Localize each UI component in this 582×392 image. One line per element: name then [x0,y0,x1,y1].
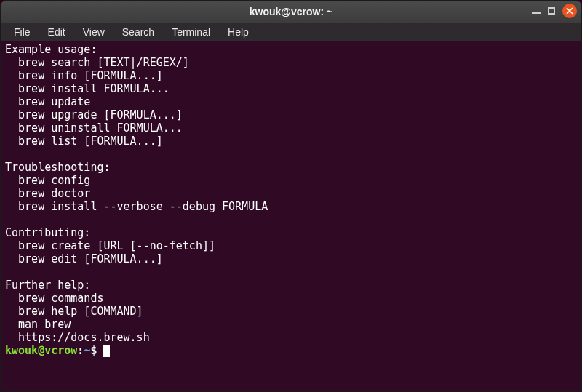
terminal-area[interactable]: Example usage: brew search [TEXT|/REGEX/… [1,41,581,391]
terminal-line: brew doctor [5,187,90,200]
terminal-line: brew install --verbose --debug FORMULA [5,200,268,213]
menu-terminal[interactable]: Terminal [163,24,219,40]
terminal-line: Troubleshooting: [5,161,111,174]
terminal-line: brew info [FORMULA...] [5,69,163,82]
menu-help[interactable]: Help [219,24,258,40]
minimize-button[interactable] [532,8,541,14]
menu-edit[interactable]: Edit [39,24,74,40]
terminal-line: brew config [5,174,90,187]
prompt-sigil: $ [90,344,97,357]
titlebar: kwouk@vcrow: ~ [1,1,581,23]
terminal-line: brew commands [5,292,103,305]
terminal-line: brew uninstall FORMULA... [5,121,183,135]
terminal-window: kwouk@vcrow: ~ File Edit View Search Ter… [0,0,582,392]
terminal-line: brew list [FORMULA...] [5,135,163,148]
terminal-line: Example usage: [5,43,97,56]
menu-view[interactable]: View [74,24,113,40]
terminal-line: brew install FORMULA... [5,82,170,95]
terminal-line: brew upgrade [FORMULA...] [5,108,183,121]
terminal-line: Further help: [5,279,90,292]
close-icon [566,7,573,15]
terminal-line: brew create [URL [--no-fetch]] [5,239,215,252]
window-controls [532,4,577,18]
terminal-line: brew search [TEXT|/REGEX/] [5,56,189,69]
prompt-user-host: kwouk@vcrow [5,344,77,357]
terminal-line: brew help [COMMAND] [5,305,143,318]
menu-file[interactable]: File [5,24,39,40]
terminal-line: https://docs.brew.sh [5,331,150,344]
close-button[interactable] [562,4,577,18]
terminal-line: brew edit [FORMULA...] [5,252,163,265]
menubar: File Edit View Search Terminal Help [1,23,581,41]
terminal-line: Contributing: [5,226,90,239]
cursor [103,345,110,357]
terminal-line: brew update [5,95,90,108]
terminal-line: man brew [5,318,71,331]
menu-search[interactable]: Search [113,24,163,40]
maximize-button[interactable] [548,7,555,15]
window-title: kwouk@vcrow: ~ [250,6,332,17]
